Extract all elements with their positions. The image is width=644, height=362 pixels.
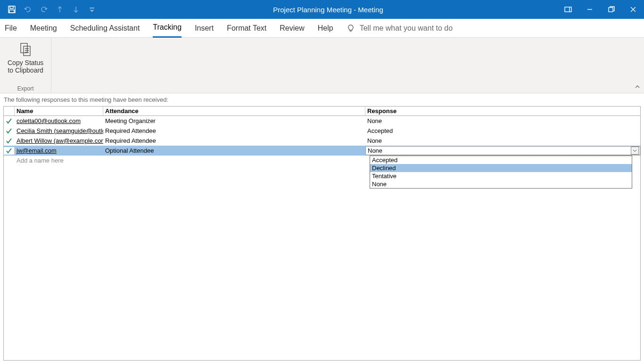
attendee-link[interactable]: jw@email.com	[17, 147, 57, 154]
tracking-grid: Name Attendance Response coletta00@outlo…	[3, 106, 641, 361]
attendance-cell[interactable]: Meeting Organizer	[103, 117, 365, 124]
attendee-name-cell[interactable]: coletta00@outlook.com	[15, 117, 103, 124]
grid-body: coletta00@outlook.com Meeting Organizer …	[4, 116, 640, 165]
redo-button[interactable]	[37, 2, 51, 16]
ribbon: Copy Status to Clipboard Export	[0, 38, 644, 93]
grid-header: Name Attendance Response	[4, 107, 640, 116]
attendee-link[interactable]: coletta00@outlook.com	[17, 117, 81, 124]
tell-me-placeholder: Tell me what you want to do	[360, 24, 453, 33]
svg-rect-6	[24, 46, 30, 56]
dropdown-item-accepted[interactable]: Accepted	[370, 156, 632, 164]
column-icon-header[interactable]	[4, 107, 15, 115]
table-row[interactable]: jw@email.com Optional Attendee None	[4, 146, 640, 156]
customize-qat-button[interactable]	[85, 2, 99, 16]
send-meeting-checkbox[interactable]	[4, 127, 15, 135]
tab-tracking[interactable]: Tracking	[153, 19, 182, 38]
tab-file[interactable]: File	[5, 19, 17, 38]
svg-rect-2	[9, 10, 14, 13]
attendee-link[interactable]: Albert Willow (aw@example.com	[17, 137, 103, 144]
attendee-name-cell[interactable]: jw@email.com	[15, 147, 103, 154]
table-row[interactable]: Cecilia Smith (seamguide@outlo Required …	[4, 126, 640, 136]
window-controls	[557, 0, 644, 19]
attendance-cell[interactable]: Required Attendee	[103, 127, 365, 134]
copy-status-to-clipboard-button[interactable]: Copy Status to Clipboard	[5, 41, 46, 75]
svg-rect-4	[609, 8, 613, 12]
undo-button[interactable]	[21, 2, 35, 16]
column-response-header[interactable]: Response	[365, 107, 640, 115]
copy-status-label-2: to Clipboard	[8, 66, 43, 74]
svg-rect-5	[21, 43, 27, 53]
svg-rect-3	[565, 7, 571, 12]
column-name-header[interactable]: Name	[15, 107, 103, 115]
copy-status-label-1: Copy Status	[8, 59, 43, 66]
ribbon-group-label: Export	[17, 85, 34, 92]
window-title: Project Planning Meeting - Meeting	[99, 6, 557, 14]
dropdown-item-none[interactable]: None	[370, 180, 632, 188]
column-attendance-header[interactable]: Attendance	[103, 107, 365, 115]
svg-rect-1	[10, 6, 13, 8]
attendee-name-cell[interactable]: Albert Willow (aw@example.com	[15, 137, 103, 144]
attendance-cell[interactable]: Required Attendee	[103, 137, 365, 144]
response-cell[interactable]: Accepted	[365, 127, 640, 134]
send-meeting-checkbox[interactable]	[4, 117, 15, 125]
save-button[interactable]	[5, 2, 19, 16]
minimize-button[interactable]	[579, 0, 601, 19]
response-cell[interactable]: None	[365, 146, 640, 155]
tab-insert[interactable]: Insert	[195, 19, 214, 38]
attendee-name-cell[interactable]: Cecilia Smith (seamguide@outlo	[15, 127, 103, 134]
response-cell[interactable]: None	[365, 137, 640, 144]
response-dropdown-button[interactable]	[631, 147, 639, 155]
ribbon-display-button[interactable]	[557, 0, 579, 19]
tab-meeting[interactable]: Meeting	[30, 19, 57, 38]
chevron-down-icon	[633, 148, 637, 153]
tell-me-input[interactable]: Tell me what you want to do	[347, 24, 453, 33]
tracking-status-text: The following responses to this meeting …	[0, 93, 644, 106]
lightbulb-icon	[347, 24, 355, 33]
dropdown-item-tentative[interactable]: Tentative	[370, 172, 632, 180]
attendee-link[interactable]: Cecilia Smith (seamguide@outlo	[17, 127, 103, 134]
quick-access-toolbar	[0, 2, 99, 16]
collapse-ribbon-button[interactable]	[635, 84, 640, 91]
attendance-cell[interactable]: Optional Attendee	[103, 147, 365, 154]
close-button[interactable]	[622, 0, 644, 19]
copy-icon	[17, 41, 33, 58]
ribbon-group-export: Copy Status to Clipboard Export	[0, 38, 51, 93]
response-value: None	[368, 147, 382, 154]
send-meeting-checkbox[interactable]	[4, 147, 15, 155]
response-cell[interactable]: None	[365, 117, 640, 124]
maximize-button[interactable]	[601, 0, 622, 19]
tab-format-text[interactable]: Format Text	[227, 19, 266, 38]
add-name-input[interactable]: Add a name here	[15, 157, 103, 164]
response-dropdown-list[interactable]: Accepted Declined Tentative None	[370, 156, 632, 189]
ribbon-tabs: File Meeting Scheduling Assistant Tracki…	[0, 19, 644, 38]
send-meeting-checkbox[interactable]	[4, 137, 15, 145]
table-row[interactable]: coletta00@outlook.com Meeting Organizer …	[4, 116, 640, 126]
dropdown-item-declined[interactable]: Declined	[370, 164, 632, 172]
next-button[interactable]	[69, 2, 83, 16]
title-bar: Project Planning Meeting - Meeting	[0, 0, 644, 19]
previous-button[interactable]	[53, 2, 67, 16]
tab-review[interactable]: Review	[280, 19, 304, 38]
table-row[interactable]: Albert Willow (aw@example.com Required A…	[4, 136, 640, 146]
tab-help[interactable]: Help	[318, 19, 333, 38]
tab-scheduling-assistant[interactable]: Scheduling Assistant	[70, 19, 140, 38]
